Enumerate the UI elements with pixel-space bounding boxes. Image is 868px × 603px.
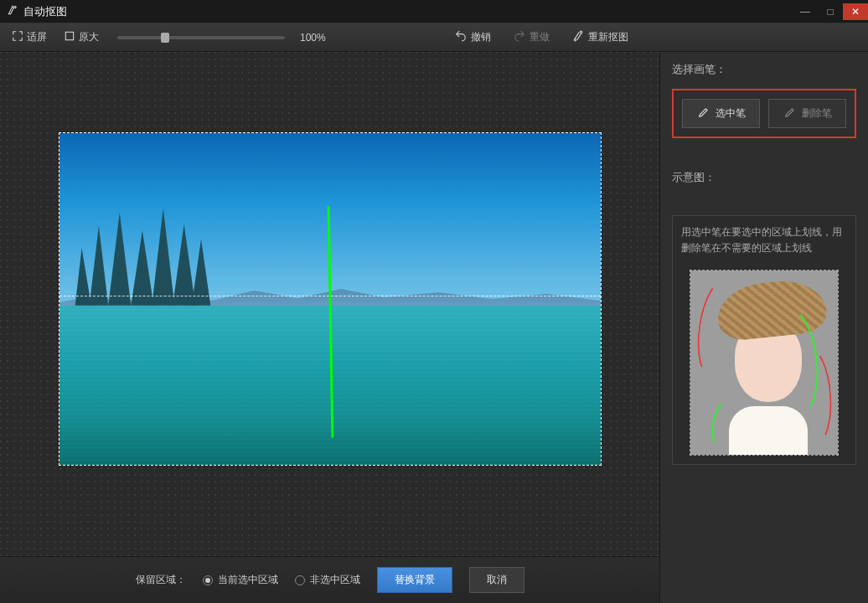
recutout-button[interactable]: 重新抠图 <box>568 28 632 46</box>
original-size-icon <box>64 30 75 44</box>
radio-dot-icon <box>203 575 213 585</box>
radio-non-label: 非选中区域 <box>310 573 360 587</box>
undo-button[interactable]: 撤销 <box>451 28 494 46</box>
select-brush-icon <box>697 106 710 121</box>
app-icon <box>7 4 18 18</box>
hint-panel: 用选中笔在要选中的区域上划线，用删除笔在不需要的区域上划线 <box>672 215 856 465</box>
radio-non-selected[interactable]: 非选中区域 <box>295 573 360 587</box>
fit-screen-label: 适屏 <box>27 30 47 44</box>
svg-rect-1 <box>65 32 73 39</box>
minimize-button[interactable]: — <box>793 3 818 20</box>
toolbar: 适屏 原大 100% 撤销 重做 <box>0 23 868 52</box>
zoom-slider-thumb[interactable] <box>161 33 169 43</box>
fit-screen-icon <box>12 30 23 44</box>
original-size-button[interactable]: 原大 <box>60 28 102 46</box>
redo-button[interactable]: 重做 <box>509 28 553 46</box>
redo-label: 重做 <box>530 30 550 44</box>
close-button[interactable]: ✕ <box>843 3 868 20</box>
redo-icon <box>513 30 526 44</box>
recutout-label: 重新抠图 <box>588 30 628 44</box>
canvas-area: 保留区域： 当前选中区域 非选中区域 替换背景 取消 <box>0 52 660 603</box>
svg-point-3 <box>580 31 581 33</box>
zoom-value-label: 100% <box>300 32 333 44</box>
recutout-icon <box>571 30 585 44</box>
undo-icon <box>454 30 468 44</box>
example-group-label: 示意图： <box>672 170 856 185</box>
select-brush-button[interactable]: 选中笔 <box>682 99 760 128</box>
canvas-image[interactable] <box>59 132 602 466</box>
svg-point-2 <box>574 39 576 41</box>
hint-text: 用选中笔在要选中的区域上划线，用删除笔在不需要的区域上划线 <box>681 224 847 256</box>
fit-screen-button[interactable]: 适屏 <box>8 28 50 46</box>
brush-selector-box: 选中笔 删除笔 <box>672 89 856 138</box>
svg-point-0 <box>14 6 16 8</box>
radio-current-selected[interactable]: 当前选中区域 <box>203 573 278 587</box>
original-size-label: 原大 <box>79 30 99 44</box>
bottom-bar: 保留区域： 当前选中区域 非选中区域 替换背景 取消 <box>0 556 659 603</box>
undo-label: 撤销 <box>471 30 491 44</box>
erase-brush-label: 删除笔 <box>802 106 832 121</box>
keep-area-label: 保留区域： <box>136 573 186 587</box>
scene-image <box>59 133 601 465</box>
erase-brush-icon <box>783 106 797 121</box>
canvas-viewport[interactable] <box>0 52 659 556</box>
window-controls: — □ ✕ <box>793 3 868 20</box>
radio-dot-icon <box>295 575 305 585</box>
erase-brush-button[interactable]: 删除笔 <box>768 99 846 128</box>
radio-current-label: 当前选中区域 <box>218 573 278 587</box>
select-brush-label: 选中笔 <box>716 106 746 121</box>
maximize-button[interactable]: □ <box>818 3 843 20</box>
zoom-slider[interactable] <box>117 36 285 39</box>
titlebar: 自动抠图 — □ ✕ <box>0 0 868 23</box>
replace-background-button[interactable]: 替换背景 <box>377 567 452 593</box>
side-panel: 选择画笔： 选中笔 删除笔 示意图： 用选中笔在 <box>660 52 868 603</box>
example-image <box>690 270 839 456</box>
window-title: 自动抠图 <box>23 4 67 19</box>
cancel-button[interactable]: 取消 <box>469 567 524 593</box>
brush-group-label: 选择画笔： <box>672 62 856 77</box>
main: 保留区域： 当前选中区域 非选中区域 替换背景 取消 选择画笔： <box>0 52 868 603</box>
